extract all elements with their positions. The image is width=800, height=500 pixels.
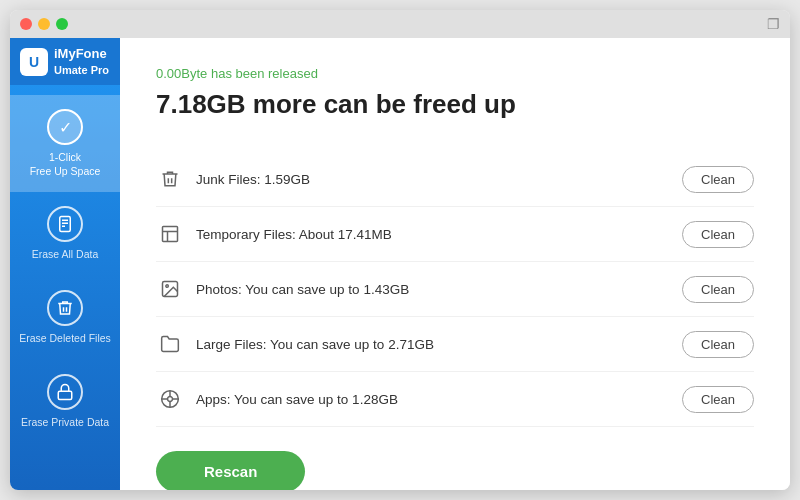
sidebar-item-erase-deleted-files[interactable]: Erase Deleted Files: [10, 276, 120, 360]
erase-all-data-label: Erase All Data: [32, 248, 99, 262]
title-bar-right: ❐: [767, 15, 780, 33]
large-files-icon: [156, 330, 184, 358]
brand-name: iMyFone: [54, 46, 109, 63]
logo-text: iMyFone Umate Pro: [54, 46, 109, 77]
svg-point-7: [166, 285, 169, 288]
free-up-space-label: 1-ClickFree Up Space: [30, 151, 101, 178]
logo-letter: U: [29, 54, 39, 70]
rescan-section: Rescan: [156, 451, 754, 490]
main-title: 7.18GB more can be freed up: [156, 89, 754, 120]
sidebar-item-erase-private-data[interactable]: Erase Private Data: [10, 360, 120, 444]
large-files-text: Large Files: You can save up to 2.71GB: [196, 337, 682, 352]
svg-rect-4: [58, 391, 72, 399]
main-content: 0.00Byte has been released 7.18GB more c…: [120, 38, 790, 490]
app-body: U iMyFone Umate Pro ✓ 1-ClickFree Up Spa…: [10, 38, 790, 490]
sidebar-item-erase-all-data[interactable]: Erase All Data: [10, 192, 120, 276]
logo-icon: U: [20, 48, 48, 76]
clean-junk-files-button[interactable]: Clean: [682, 166, 754, 193]
traffic-lights: [20, 18, 68, 30]
clean-large-files-button[interactable]: Clean: [682, 331, 754, 358]
app-window: ❐ U iMyFone Umate Pro ✓ 1-ClickFree Up S…: [10, 10, 790, 490]
erase-deleted-files-icon: [47, 290, 83, 326]
rescan-button[interactable]: Rescan: [156, 451, 305, 490]
list-item: Apps: You can save up to 1.28GB Clean: [156, 372, 754, 427]
sidebar-item-free-up-space[interactable]: ✓ 1-ClickFree Up Space: [10, 95, 120, 192]
clean-photos-button[interactable]: Clean: [682, 276, 754, 303]
photos-text: Photos: You can save up to 1.43GB: [196, 282, 682, 297]
title-bar: ❐: [10, 10, 790, 38]
list-item: Junk Files: 1.59GB Clean: [156, 152, 754, 207]
minimize-button[interactable]: [38, 18, 50, 30]
product-name: Umate Pro: [54, 63, 109, 77]
svg-rect-5: [163, 227, 178, 242]
item-list: Junk Files: 1.59GB Clean Temporary Files…: [156, 152, 754, 427]
sidebar-logo: U iMyFone Umate Pro: [10, 38, 120, 85]
list-item: Photos: You can save up to 1.43GB Clean: [156, 262, 754, 317]
erase-private-data-label: Erase Private Data: [21, 416, 109, 430]
clean-temporary-files-button[interactable]: Clean: [682, 221, 754, 248]
release-status: 0.00Byte has been released: [156, 66, 754, 81]
svg-point-9: [168, 397, 173, 402]
photos-icon: [156, 275, 184, 303]
sidebar: U iMyFone Umate Pro ✓ 1-ClickFree Up Spa…: [10, 38, 120, 490]
free-up-space-icon: ✓: [47, 109, 83, 145]
close-button[interactable]: [20, 18, 32, 30]
erase-all-data-icon: [47, 206, 83, 242]
junk-files-text: Junk Files: 1.59GB: [196, 172, 682, 187]
junk-files-icon: [156, 165, 184, 193]
maximize-button[interactable]: [56, 18, 68, 30]
erase-deleted-files-label: Erase Deleted Files: [19, 332, 111, 346]
temporary-files-icon: [156, 220, 184, 248]
apps-text: Apps: You can save up to 1.28GB: [196, 392, 682, 407]
erase-private-data-icon: [47, 374, 83, 410]
chat-icon[interactable]: ❐: [767, 16, 780, 32]
sidebar-nav: ✓ 1-ClickFree Up Space Erase All Data: [10, 85, 120, 443]
temporary-files-text: Temporary Files: About 17.41MB: [196, 227, 682, 242]
list-item: Temporary Files: About 17.41MB Clean: [156, 207, 754, 262]
clean-apps-button[interactable]: Clean: [682, 386, 754, 413]
list-item: Large Files: You can save up to 2.71GB C…: [156, 317, 754, 372]
apps-icon: [156, 385, 184, 413]
